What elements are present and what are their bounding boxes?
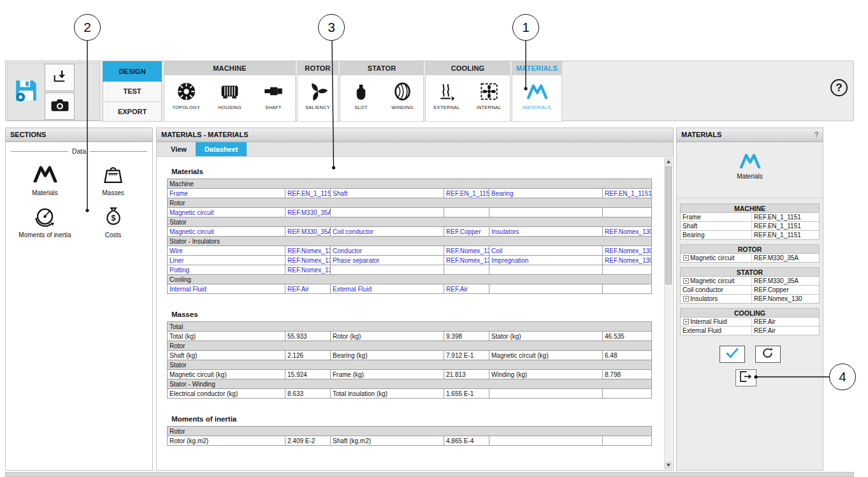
toolbar-button-internal[interactable]: INTERNAL [468,80,509,110]
materials-icon [526,80,548,103]
toolbar-button-shaft[interactable]: SHAFT [253,80,294,110]
right-panel-help[interactable]: ? [814,128,818,141]
value-cell: REF.Air [444,284,489,294]
rp-row-value[interactable]: REF.EN_1_1151 [752,231,819,238]
table-row: Total (kg)55.933Rotor (kg)9.398Stator (k… [168,332,652,341]
label-cell [489,265,603,275]
vertical-scrollbar[interactable] [664,158,672,469]
label-cell: Frame [168,189,286,198]
rp-row-value[interactable]: REF.Nomex_130 [752,295,819,302]
toolbar-button-materials[interactable]: MATERIALS [517,80,558,110]
label-cell: Impregnation [489,256,603,265]
rp-group-header-cooling: COOLING [680,308,820,318]
mode-tab-test[interactable]: TEST [103,82,162,101]
label-cell [489,284,603,294]
label-cell: Magnetic circuit [168,208,286,217]
toolbar-group-items: TOPOLOGYHOUSINGSHAFT [164,75,295,110]
callout-4: 4 [829,363,856,390]
label-cell: Stator (kg) [489,332,603,341]
table-row: Stator [168,360,652,370]
save-button[interactable] [11,77,41,106]
external-icon [438,80,456,103]
masses-icon [103,161,124,187]
value-cell [603,265,652,275]
value-cell: 7.912 E-1 [444,351,489,360]
winding-icon [393,80,412,103]
toolbar-group-title: COOLING [426,62,510,75]
rp-row-label: Coil conductor [681,286,752,294]
help-button[interactable]: ? [830,79,848,96]
toolbar-button-housing[interactable]: HOUSING [209,80,250,110]
label-cell: Frame (kg) [331,370,444,379]
rp-row-value[interactable]: REF.M330_35A [752,277,819,284]
data-groupbox: Data MaterialsMassesMoments of inertia$C… [11,151,147,238]
value-cell: 1.655 E-1 [444,389,489,399]
toolbar-group-machine: MACHINETOPOLOGYHOUSINGSHAFT [164,61,296,122]
sidebar-item-materials[interactable]: Materials [11,161,79,196]
section-cell: Machine [168,179,652,189]
label-cell: Total (kg) [168,332,286,341]
rp-row-value[interactable]: REF.M330_35A [752,254,819,261]
import-button[interactable] [45,64,75,91]
expand-icon[interactable]: + [683,255,689,261]
table-row: Rotor (kg.m2)2.409 E-2Shaft (kg.m2)4.865… [168,436,652,446]
label-cell [331,208,444,217]
label-cell: Rotor (kg.m2) [168,436,286,446]
mode-tab-export[interactable]: EXPORT [103,102,162,122]
sidebar-item-masses[interactable]: Masses [79,161,147,196]
sidebar-item-moments-of-inertia[interactable]: Moments of inertia [11,203,79,238]
rp-row-value[interactable]: REF.Air [752,318,819,325]
table-row: Cooling [168,275,652,284]
expand-icon[interactable]: + [683,319,689,325]
value-cell: 8.798 [603,370,652,379]
screenshot-button[interactable] [45,92,75,120]
value-cell: REF.Nomex_130 [286,256,331,265]
toolbar-button-winding[interactable]: WINDING [382,80,423,110]
arrow-down-icon [667,464,670,467]
label-cell [331,265,444,275]
tab-datasheet[interactable]: Datasheet [196,142,247,156]
section-cell: Cooling [168,275,652,284]
slot-icon [352,80,370,103]
scroll-up-button[interactable] [665,158,672,166]
tab-view[interactable]: View [162,142,196,156]
toolbar-button-label: SHAFT [265,105,282,110]
rp-row-label-text: Magnetic circuit [690,277,734,284]
main-panel: ViewDatasheet MaterialsMachineFrameREF.E… [156,142,674,471]
toolbar-left-cluster [7,62,100,121]
sidebar-item-costs[interactable]: $Costs [79,203,147,238]
expand-icon[interactable]: + [683,296,689,302]
restore-button[interactable] [755,346,781,363]
scroll-down-button[interactable] [665,461,672,469]
toolbar-button-label: SLOT [354,105,367,110]
section-cell: Rotor [168,427,652,436]
scrollbar-thumb[interactable] [665,166,672,284]
rp-row-coil-conductor: Coil conductorREF.Copper [680,286,820,295]
rp-row-label: External Fluid [681,327,752,335]
callout-1: 1 [512,14,539,41]
rp-row-value[interactable]: REF.EN_1_1151 [752,214,819,221]
toolbar-button-slot[interactable]: SLOT [341,80,382,110]
toolbar-button-topology[interactable]: TOPOLOGY [166,80,206,110]
table-row: Electrical conductor (kg)8.633Total insu… [168,389,652,399]
mode-tab-design[interactable]: DESIGN [103,61,162,82]
toolbar-button-external[interactable]: EXTERNAL [426,80,467,110]
value-cell: REF.Copper [444,227,489,237]
table-row: Magnetic circuit (kg)15.924Frame (kg)21.… [168,370,652,379]
value-cell: REF.M330_35A [286,227,331,237]
apply-button[interactable] [720,346,745,363]
expand-icon[interactable]: + [683,278,689,284]
table-row: WireREF.Nomex_130ConductorREF.Nomex_130C… [168,246,652,256]
app-window: DESIGNTESTEXPORT MACHINETOPOLOGYHOUSINGS… [5,61,854,477]
rp-row-value[interactable]: REF.EN_1_1151 [752,223,819,230]
rp-row-value[interactable]: REF.Air [752,327,819,334]
label-cell: Winding (kg) [489,370,603,379]
export-button[interactable] [735,369,756,386]
value-cell: 21.813 [444,370,489,379]
toolbar-button-saliency[interactable]: SALIENCY [298,80,338,110]
rp-row-label: Shaft [681,222,752,230]
housing-icon [220,80,240,103]
value-cell: REF.M330_35A [286,208,331,217]
rp-row-value[interactable]: REF.Copper [752,286,819,293]
label-cell: Shaft (kg.m2) [331,436,444,446]
